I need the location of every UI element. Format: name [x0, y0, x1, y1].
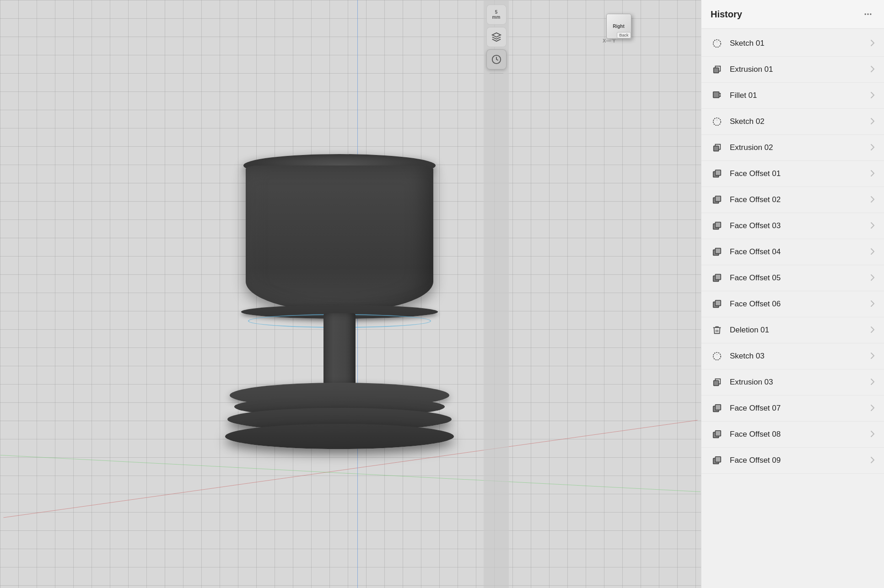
history-item-icon-sketch-01 [711, 37, 723, 50]
history-item-sketch-01[interactable]: Sketch 01 [701, 31, 884, 57]
history-item-label-face-offset-02: Face Offset 02 [730, 195, 864, 204]
history-item-face-offset-09[interactable]: Face Offset 09 [701, 448, 884, 474]
history-item-face-offset-08[interactable]: Face Offset 08 [701, 422, 884, 448]
history-item-icon-extrusion-03 [711, 376, 723, 389]
history-item-extrusion-02[interactable]: Extrusion 02 [701, 135, 884, 161]
history-item-icon-face-offset-02 [711, 193, 723, 206]
history-item-chevron-face-offset-04 [870, 248, 875, 257]
svg-point-1 [865, 13, 866, 15]
svg-rect-7 [713, 92, 719, 98]
history-item-chevron-extrusion-03 [870, 378, 875, 387]
history-item-face-offset-05[interactable]: Face Offset 05 [701, 265, 884, 291]
svg-rect-12 [715, 170, 721, 176]
history-item-sketch-02[interactable]: Sketch 02 [701, 109, 884, 135]
history-item-chevron-face-offset-02 [870, 196, 875, 204]
base-bottom [225, 424, 454, 449]
toolbar-divider [490, 73, 503, 74]
history-item-icon-extrusion-01 [711, 63, 723, 76]
history-item-icon-face-offset-05 [711, 272, 723, 284]
history-item-icon-face-offset-03 [711, 219, 723, 232]
history-item-label-face-offset-09: Face Offset 09 [730, 456, 864, 465]
history-item-chevron-face-offset-06 [870, 300, 875, 309]
history-item-label-fillet-01: Fillet 01 [730, 91, 864, 100]
svg-rect-29 [715, 431, 721, 436]
history-item-label-sketch-01: Sketch 01 [730, 39, 864, 48]
history-panel: History Sketch 01 Extrusion 01 Fillet 01 [701, 0, 884, 588]
orientation-gizmo[interactable]: Right Back X— Y [600, 9, 637, 46]
history-item-chevron-sketch-03 [870, 352, 875, 361]
history-item-icon-face-offset-01 [711, 167, 723, 180]
history-title: History [711, 9, 742, 20]
history-item-chevron-face-offset-07 [870, 404, 875, 413]
history-item-chevron-fillet-01 [870, 91, 875, 100]
history-item-icon-extrusion-02 [711, 141, 723, 154]
history-item-label-extrusion-02: Extrusion 02 [730, 143, 864, 152]
history-item-label-face-offset-07: Face Offset 07 [730, 404, 864, 413]
history-item-label-face-offset-04: Face Offset 04 [730, 247, 864, 257]
history-item-icon-face-offset-09 [711, 454, 723, 467]
history-item-chevron-extrusion-01 [870, 65, 875, 74]
history-item-face-offset-04[interactable]: Face Offset 04 [701, 239, 884, 265]
history-item-icon-face-offset-08 [711, 428, 723, 441]
svg-rect-22 [715, 300, 721, 306]
history-item-label-face-offset-01: Face Offset 01 [730, 169, 864, 178]
history-item-face-offset-06[interactable]: Face Offset 06 [701, 291, 884, 317]
history-item-icon-deletion-01 [711, 324, 723, 337]
svg-rect-25 [714, 380, 719, 385]
history-item-extrusion-01[interactable]: Extrusion 01 [701, 57, 884, 83]
history-item-label-face-offset-08: Face Offset 08 [730, 430, 864, 439]
history-item-deletion-01[interactable]: Deletion 01 [701, 317, 884, 343]
history-more-button[interactable] [861, 7, 875, 21]
gizmo-front-label: Right [613, 24, 625, 29]
history-item-fillet-01[interactable]: Fillet 01 [701, 83, 884, 109]
history-item-label-extrusion-01: Extrusion 01 [730, 65, 864, 74]
history-item-icon-sketch-03 [711, 350, 723, 363]
history-item-chevron-extrusion-02 [870, 144, 875, 152]
mm-unit: mm [492, 15, 501, 20]
svg-rect-16 [715, 222, 721, 228]
view-cube-button[interactable] [486, 27, 507, 47]
svg-point-8 [713, 118, 721, 126]
viewport[interactable]: Right Back X— Y 5 mm [0, 0, 701, 588]
gizmo-back-label: Back [617, 32, 631, 38]
history-item-extrusion-03[interactable]: Extrusion 03 [701, 369, 884, 396]
history-item-icon-face-offset-07 [711, 402, 723, 415]
history-item-label-deletion-01: Deletion 01 [730, 326, 864, 335]
cup-body [246, 166, 433, 312]
history-button[interactable] [486, 49, 507, 69]
history-item-label-sketch-03: Sketch 03 [730, 352, 864, 361]
history-item-icon-face-offset-04 [711, 246, 723, 258]
3d-model [230, 154, 449, 465]
history-item-label-extrusion-03: Extrusion 03 [730, 378, 864, 387]
viewport-toolbar: 5 mm [484, 0, 509, 588]
svg-point-23 [713, 353, 721, 360]
svg-rect-31 [715, 457, 721, 462]
mm-value: 5 [492, 10, 501, 15]
history-item-face-offset-02[interactable]: Face Offset 02 [701, 187, 884, 213]
svg-point-3 [870, 13, 871, 15]
history-item-chevron-face-offset-08 [870, 430, 875, 439]
history-item-chevron-face-offset-05 [870, 274, 875, 283]
svg-rect-10 [714, 146, 719, 151]
svg-rect-20 [715, 274, 721, 280]
measurement-display: 5 mm [486, 5, 507, 25]
svg-rect-27 [715, 405, 721, 410]
history-item-chevron-sketch-02 [870, 118, 875, 126]
history-item-chevron-sketch-01 [870, 39, 875, 48]
history-item-chevron-face-offset-01 [870, 170, 875, 178]
history-item-face-offset-07[interactable]: Face Offset 07 [701, 396, 884, 422]
history-list: Sketch 01 Extrusion 01 Fillet 01 Sketch … [701, 29, 884, 588]
history-item-chevron-deletion-01 [870, 326, 875, 335]
history-item-face-offset-03[interactable]: Face Offset 03 [701, 213, 884, 239]
svg-rect-14 [715, 196, 721, 202]
history-item-sketch-03[interactable]: Sketch 03 [701, 343, 884, 369]
gizmo-cube: Right Back [606, 14, 631, 39]
axis-indicators: X— Y [603, 38, 616, 43]
history-item-label-face-offset-06: Face Offset 06 [730, 299, 864, 309]
axis-x-indicator: X [603, 38, 606, 43]
history-item-label-face-offset-03: Face Offset 03 [730, 221, 864, 230]
svg-point-2 [867, 13, 868, 15]
history-item-chevron-face-offset-09 [870, 456, 875, 465]
history-item-face-offset-01[interactable]: Face Offset 01 [701, 161, 884, 187]
history-item-label-face-offset-05: Face Offset 05 [730, 273, 864, 283]
